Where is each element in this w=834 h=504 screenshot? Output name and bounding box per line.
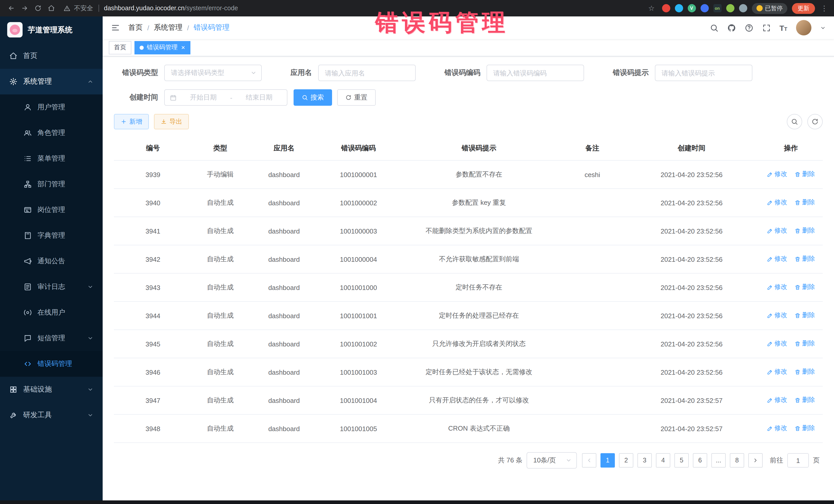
sidebar-item-home[interactable]: 首页: [0, 43, 103, 69]
page-button-6[interactable]: 6: [693, 453, 707, 467]
delete-link[interactable]: 删除: [794, 396, 815, 405]
delete-link[interactable]: 删除: [794, 339, 815, 348]
chevron-down-icon[interactable]: [820, 25, 826, 30]
page-button-2[interactable]: 2: [619, 453, 633, 467]
user-avatar[interactable]: [796, 20, 811, 36]
error-type-select[interactable]: 请选择错误码类型: [164, 65, 262, 81]
pin-extension-icon[interactable]: [739, 4, 747, 12]
delete-link[interactable]: 删除: [794, 170, 815, 179]
edit-link[interactable]: 修改: [767, 198, 787, 207]
search-icon[interactable]: [709, 23, 718, 32]
chevron-down-icon: [566, 457, 572, 463]
app-logo[interactable]: 芋道管理系统: [0, 17, 103, 43]
edit-link[interactable]: 修改: [767, 424, 787, 433]
edit-link[interactable]: 修改: [767, 311, 787, 320]
sidebar-item-dict[interactable]: 字典管理: [0, 223, 103, 248]
delete-link[interactable]: 删除: [794, 255, 815, 264]
edit-link[interactable]: 修改: [767, 226, 787, 235]
sidebar-item-menu[interactable]: 菜单管理: [0, 146, 103, 171]
page-size-select[interactable]: 10条/页: [527, 452, 577, 468]
delete-icon: [794, 200, 800, 206]
delete-link[interactable]: 删除: [794, 283, 815, 292]
switch-on-extension-icon[interactable]: on: [713, 4, 721, 12]
page-ellipsis[interactable]: ...: [711, 453, 726, 467]
edit-link[interactable]: 修改: [767, 283, 787, 292]
hamburger-icon[interactable]: [111, 23, 120, 32]
help-icon[interactable]: [744, 23, 753, 32]
sidebar-item-audit-log[interactable]: 审计日志: [0, 274, 103, 300]
delete-link[interactable]: 删除: [794, 368, 815, 376]
grid-extension-icon[interactable]: [700, 4, 708, 12]
breadcrumb-item[interactable]: 系统管理: [154, 23, 182, 32]
refresh-table-icon[interactable]: [807, 114, 823, 129]
sidebar-item-notice[interactable]: 通知公告: [0, 248, 103, 274]
delete-link[interactable]: 删除: [794, 311, 815, 320]
github-icon[interactable]: [727, 23, 736, 32]
breadcrumb-item[interactable]: 首页: [128, 23, 143, 32]
vue-devtools-icon[interactable]: V: [687, 4, 696, 12]
next-page-button[interactable]: [748, 453, 763, 467]
delete-link[interactable]: 删除: [794, 424, 815, 433]
cell-actions: 修改删除: [759, 189, 823, 217]
error-code-input[interactable]: [486, 65, 584, 81]
error-hint-input[interactable]: [655, 65, 752, 81]
sidebar-item-post[interactable]: 岗位管理: [0, 197, 103, 223]
sidebar-item-online-user[interactable]: 在线用户: [0, 300, 103, 325]
reset-button[interactable]: 重置: [337, 89, 376, 106]
red-extension-icon[interactable]: [662, 4, 670, 12]
prev-page-button[interactable]: [582, 453, 596, 467]
date-range-picker[interactable]: 开始日期 - 结束日期: [164, 89, 287, 106]
home-icon[interactable]: [45, 2, 58, 14]
page-button-3[interactable]: 3: [637, 453, 652, 467]
tab-home[interactable]: 首页: [109, 41, 131, 54]
cell-id: 3947: [114, 386, 192, 414]
paused-badge[interactable]: 已暂停: [752, 3, 787, 14]
sidebar-item-system[interactable]: 系统管理: [0, 69, 103, 94]
chrome-menu-icon[interactable]: ⋮: [820, 4, 829, 12]
cell-type: 自动生成: [192, 386, 249, 414]
close-icon[interactable]: ×: [181, 44, 185, 51]
green-extension-icon[interactable]: [726, 4, 734, 12]
edit-link[interactable]: 修改: [767, 368, 787, 376]
cell-code: 1001001003: [320, 358, 397, 386]
sidebar-item-sms[interactable]: 短信管理: [0, 325, 103, 351]
fullscreen-icon[interactable]: [762, 23, 771, 32]
edit-link[interactable]: 修改: [767, 170, 787, 179]
edit-link[interactable]: 修改: [767, 339, 787, 348]
page-button-4[interactable]: 4: [656, 453, 670, 467]
sidebar-item-error-code[interactable]: 错误码管理: [0, 351, 103, 377]
pagination: 共 76 条 10条/页 123456...8 前往 页: [114, 452, 823, 468]
edit-link[interactable]: 修改: [767, 396, 787, 405]
font-size-icon[interactable]: TT: [780, 24, 787, 31]
add-button[interactable]: 新增: [114, 114, 149, 129]
app-name-input[interactable]: [318, 65, 416, 81]
edit-icon: [767, 171, 773, 178]
update-button[interactable]: 更新: [792, 3, 815, 14]
goto-page-input[interactable]: [787, 453, 809, 467]
delete-link[interactable]: 删除: [794, 226, 815, 235]
table-row: 3945自动生成dashboard1001001002只允许修改为开启或者关闭状…: [114, 330, 823, 358]
page-button-5[interactable]: 5: [674, 453, 689, 467]
cell-remark: [561, 358, 624, 386]
sidebar-item-dept[interactable]: 部门管理: [0, 171, 103, 197]
page-button-8[interactable]: 8: [730, 453, 744, 467]
toggle-search-icon[interactable]: [787, 114, 802, 129]
tab-error-code[interactable]: 错误码管理×: [134, 41, 190, 54]
delete-icon: [794, 341, 800, 347]
blue-extension-icon[interactable]: [675, 4, 683, 12]
edit-link[interactable]: 修改: [767, 255, 787, 264]
export-button[interactable]: 导出: [154, 114, 189, 129]
forward-icon[interactable]: [19, 2, 31, 14]
sidebar-item-infra[interactable]: 基础设施: [0, 377, 103, 402]
address-bar[interactable]: 不安全 dashboard.yudao.iocoder.cn/system/er…: [64, 4, 658, 13]
search-button[interactable]: 搜索: [293, 89, 332, 106]
sidebar-item-dev-tools[interactable]: 研发工具: [0, 402, 103, 428]
sidebar-item-role[interactable]: 角色管理: [0, 120, 103, 146]
sidebar-item-user[interactable]: 用户管理: [0, 94, 103, 120]
reload-icon[interactable]: [32, 2, 44, 14]
app-frame: 芋道管理系统 首页系统管理用户管理角色管理菜单管理部门管理岗位管理字典管理通知公…: [0, 17, 834, 504]
back-icon[interactable]: [5, 2, 18, 14]
bookmark-star-icon[interactable]: ☆: [645, 4, 658, 12]
page-button-1[interactable]: 1: [600, 453, 615, 467]
delete-link[interactable]: 删除: [794, 198, 815, 207]
